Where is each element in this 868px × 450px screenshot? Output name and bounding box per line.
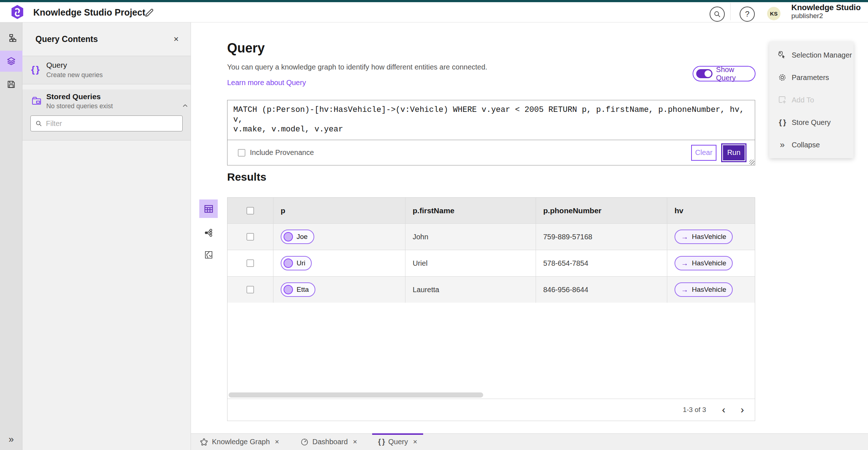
filter-search-icon — [35, 120, 42, 127]
chart-view-button[interactable] — [199, 247, 218, 262]
expand-rail-button[interactable]: » — [0, 432, 22, 446]
double-chevron-right-icon: » — [9, 434, 14, 445]
collapse-panel-button[interactable]: » Collapse — [769, 134, 854, 156]
entity-pill[interactable]: Uri — [281, 256, 312, 270]
add-to-label: Add To — [792, 96, 814, 104]
cell-firstname: Uriel — [413, 259, 427, 268]
include-provenance-checkbox[interactable] — [238, 149, 245, 156]
stored-queries-header[interactable]: Stored Queries No stored queries exist — [22, 89, 191, 113]
stored-queries-label: Stored Queries — [46, 92, 101, 101]
store-query-label: Store Query — [792, 118, 831, 127]
results-view-toolbar — [199, 199, 218, 269]
tab-label: Dashboard — [312, 438, 348, 446]
table-row[interactable]: Uri Uriel 578-654-7854 → HasVehicle — [227, 250, 755, 276]
table-view-icon — [204, 204, 214, 214]
add-to-icon — [778, 95, 787, 105]
close-icon: × — [174, 34, 179, 44]
selection-manager-button[interactable]: Selection Manager — [769, 44, 854, 66]
panel-gap — [22, 84, 191, 89]
account-username: publisher2 — [791, 12, 861, 20]
arrow-right-icon: → — [681, 259, 688, 268]
table-view-button[interactable] — [199, 199, 218, 218]
column-header-p[interactable]: p — [273, 198, 405, 223]
query-contents-panel: Query Contents × { } Query Create new qu… — [22, 22, 191, 450]
save-nav-button[interactable] — [0, 74, 22, 95]
query-item-label: Query — [46, 61, 67, 70]
scrollbar-thumb[interactable] — [229, 392, 483, 398]
column-header-firstname[interactable]: p.firstName — [405, 198, 536, 223]
table-row[interactable]: Joe John 759-889-57168 → HasVehicle — [227, 223, 755, 250]
close-icon: × — [353, 438, 357, 446]
add-to-button: Add To — [769, 89, 854, 111]
save-icon — [7, 80, 16, 89]
clear-button[interactable]: Clear — [691, 145, 716, 161]
entity-node-icon — [284, 232, 293, 241]
project-title: Knowledge Studio Project — [33, 2, 145, 22]
tab-knowledge-graph[interactable]: Knowledge Graph × — [194, 434, 285, 450]
relationship-pill[interactable]: → HasVehicle — [675, 256, 733, 270]
column-header-hv[interactable]: hv — [667, 198, 755, 223]
selection-manager-icon — [778, 50, 787, 60]
parameters-button[interactable]: Parameters — [769, 66, 854, 89]
tab-label: Knowledge Graph — [212, 438, 270, 446]
show-query-toggle[interactable]: Show Query — [693, 66, 756, 81]
topbar-divider — [730, 3, 731, 20]
sidebar-item-query[interactable]: { } Query Create new queries — [22, 56, 191, 84]
tab-dashboard[interactable]: Dashboard × — [294, 434, 363, 450]
row-checkbox[interactable] — [247, 260, 254, 267]
tab-label: Query — [388, 438, 408, 446]
graph-view-button[interactable] — [199, 225, 218, 240]
entity-label: Joe — [297, 233, 308, 241]
avatar[interactable]: KS — [767, 7, 780, 20]
entity-pill[interactable]: Joe — [281, 230, 314, 244]
page-title: Query — [227, 41, 265, 56]
query-actions-row: Include Provenance Clear Run — [227, 140, 755, 165]
arrow-right-icon: → — [681, 233, 688, 241]
tools-panel: Selection Manager Parameters Add To { } … — [769, 42, 854, 158]
edit-title-button[interactable] — [144, 7, 155, 18]
stored-queries-folder-icon — [31, 95, 42, 106]
close-icon: × — [413, 438, 417, 446]
row-checkbox[interactable] — [247, 233, 254, 240]
run-button[interactable]: Run — [722, 144, 745, 161]
store-query-button[interactable]: { } Store Query — [769, 111, 854, 134]
close-tab-button[interactable]: × — [353, 438, 357, 446]
account-name: Knowledge Studio — [791, 3, 861, 12]
column-header-phonenumber[interactable]: p.phoneNumber — [536, 198, 667, 223]
tab-query[interactable]: { } Query × — [372, 434, 423, 450]
table-row[interactable]: Etta Lauretta 846-956-8644 → HasVehicle — [227, 276, 755, 303]
relationship-label: HasVehicle — [692, 286, 726, 294]
relationship-pill[interactable]: → HasVehicle — [675, 230, 733, 244]
relationship-label: HasVehicle — [692, 233, 726, 241]
parameters-label: Parameters — [792, 73, 829, 82]
cell-phone: 759-889-57168 — [543, 233, 592, 241]
chevron-right-icon: › — [741, 404, 744, 415]
layers-nav-button[interactable] — [0, 51, 22, 72]
row-checkbox[interactable] — [247, 286, 254, 293]
close-icon: × — [275, 438, 279, 446]
resize-handle[interactable] — [749, 160, 754, 165]
filter-input[interactable] — [46, 119, 176, 128]
previous-page-button[interactable]: ‹ — [720, 405, 727, 415]
filter-field[interactable] — [30, 115, 183, 131]
entity-pill[interactable]: Etta — [281, 282, 315, 297]
top-bar: Knowledge Studio Project ? KS Knowledge … — [0, 0, 868, 22]
query-textarea[interactable]: MATCH (p:Person)-[hv:HasVehicle]->(v:Veh… — [227, 100, 755, 140]
relationship-pill[interactable]: → HasVehicle — [675, 282, 733, 297]
search-button[interactable] — [710, 7, 725, 22]
panel-close-button[interactable]: × — [171, 34, 181, 45]
entity-node-icon — [284, 258, 293, 268]
close-tab-button[interactable]: × — [275, 438, 279, 446]
bottom-tab-bar: Knowledge Graph × Dashboard × { } Query … — [191, 433, 868, 450]
dashboard-gauge-icon — [300, 438, 309, 446]
next-page-button[interactable]: › — [739, 405, 745, 415]
learn-more-link[interactable]: Learn more about Query — [227, 79, 306, 87]
collapse-section-button[interactable] — [173, 96, 182, 105]
hierarchy-nav-button[interactable] — [0, 28, 22, 49]
help-button[interactable]: ? — [740, 7, 755, 22]
query-editor-card: MATCH (p:Person)-[hv:HasVehicle]->(v:Veh… — [227, 100, 755, 165]
close-tab-button[interactable]: × — [413, 438, 417, 446]
select-all-checkbox[interactable] — [247, 207, 254, 214]
graph-view-icon — [204, 228, 213, 237]
cell-phone: 846-956-8644 — [543, 286, 588, 294]
